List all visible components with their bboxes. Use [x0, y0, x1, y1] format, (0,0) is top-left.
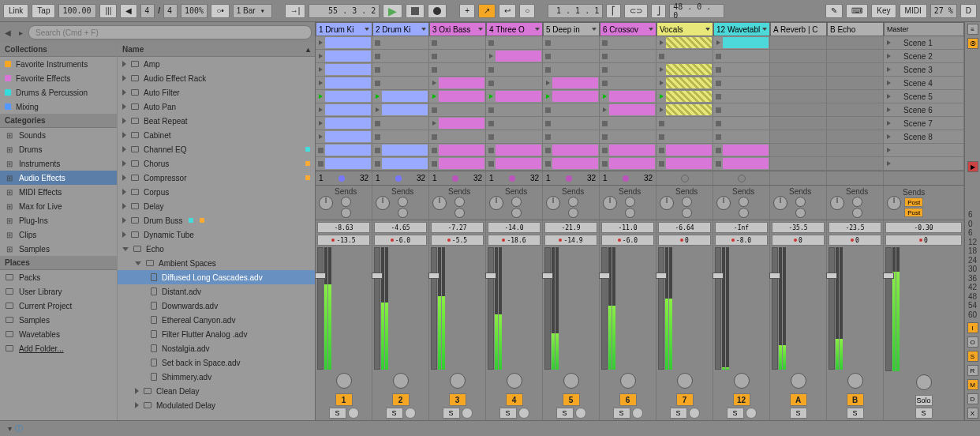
clip-play-icon[interactable]	[658, 120, 665, 127]
device-item[interactable]: Auto Filter	[118, 85, 315, 100]
expand-icon[interactable]	[122, 61, 126, 67]
clip[interactable]	[382, 91, 428, 102]
clip-slot[interactable]	[656, 77, 713, 90]
clip-play-icon[interactable]	[374, 53, 381, 60]
clip-play-icon[interactable]	[317, 107, 324, 114]
peak-value[interactable]: -14.0	[488, 222, 540, 233]
clip[interactable]	[666, 158, 712, 169]
clip[interactable]	[325, 131, 371, 142]
clip-play-icon[interactable]	[544, 147, 552, 154]
clip-play-icon[interactable]	[601, 147, 608, 154]
clip-slot[interactable]	[600, 144, 656, 157]
clip-slot[interactable]	[827, 36, 883, 50]
scene-play-icon[interactable]	[885, 120, 892, 127]
clip-slot[interactable]	[827, 144, 883, 157]
clip-slot[interactable]	[486, 77, 542, 90]
clip-play-icon[interactable]	[374, 39, 381, 47]
category-item[interactable]: ⊞Samples	[0, 242, 117, 256]
fader-handle[interactable]	[883, 272, 894, 279]
clip[interactable]	[325, 104, 371, 115]
gain-value[interactable]: -6.0	[374, 235, 427, 246]
peak-value[interactable]: -4.65	[374, 222, 427, 233]
solo-button[interactable]: S	[613, 408, 630, 419]
peak-value[interactable]: -11.0	[601, 222, 654, 233]
pan-knob-2[interactable]	[791, 373, 806, 389]
send-a-knob[interactable]	[625, 197, 635, 207]
gain-value[interactable]: 0	[658, 235, 711, 246]
track-info[interactable]: 132	[429, 171, 486, 185]
clip-play-icon[interactable]	[317, 120, 324, 127]
clip-play-icon[interactable]	[431, 120, 438, 127]
clip-play-icon[interactable]	[431, 160, 438, 167]
expand-icon[interactable]	[122, 146, 126, 152]
clip-play-icon[interactable]	[317, 53, 324, 60]
pan-knob[interactable]	[716, 196, 731, 210]
device-item[interactable]: Channel EQ	[118, 142, 315, 156]
clip[interactable]	[439, 118, 484, 129]
stop-button[interactable]	[406, 4, 425, 18]
clip-play-icon[interactable]	[488, 66, 495, 73]
chevron-down-icon[interactable]	[535, 28, 540, 31]
tap-button[interactable]: Tap	[32, 4, 55, 18]
clip-slot[interactable]	[656, 90, 713, 103]
pan-knob[interactable]	[830, 196, 844, 210]
fader-track[interactable]	[601, 247, 608, 370]
clip[interactable]	[325, 145, 371, 156]
clip-play-icon[interactable]	[431, 39, 438, 47]
expand-icon[interactable]	[122, 189, 126, 195]
pan-knob[interactable]	[603, 196, 617, 210]
clip-slot[interactable]	[713, 90, 769, 103]
fader-handle[interactable]	[316, 272, 326, 279]
clip-play-icon[interactable]	[374, 107, 381, 114]
expand-icon[interactable]	[122, 231, 126, 238]
send-a-knob[interactable]	[454, 197, 465, 207]
fader-track[interactable]	[715, 247, 721, 370]
solo-button[interactable]: S	[499, 408, 517, 419]
clip-play-icon[interactable]	[374, 66, 381, 73]
track-info[interactable]: 132	[372, 171, 429, 185]
loop-length[interactable]: 48 . 0 . 0	[669, 4, 724, 18]
clip-play-icon[interactable]	[488, 160, 495, 167]
subfolder-item[interactable]: Ambient Spaces	[118, 256, 315, 270]
place-item[interactable]: Packs	[0, 270, 117, 284]
clip-slot[interactable]	[656, 50, 713, 63]
clip[interactable]	[325, 77, 371, 88]
clip[interactable]	[382, 145, 428, 156]
clip-slot[interactable]	[770, 117, 826, 130]
clip-slot[interactable]	[713, 117, 769, 130]
clip-play-icon[interactable]	[317, 39, 324, 47]
clip-play-icon[interactable]	[317, 93, 324, 100]
track-number-button[interactable]: B	[847, 393, 864, 406]
clip-slot[interactable]	[770, 90, 826, 103]
keyboard-icon[interactable]: ⌨	[846, 4, 868, 18]
send-b-knob[interactable]	[568, 208, 578, 218]
clip-play-icon[interactable]	[658, 133, 665, 141]
clip-play-icon[interactable]	[715, 107, 722, 114]
collection-item[interactable]: Favorite Instruments	[0, 57, 117, 71]
scene-slot[interactable]: Scene 5	[884, 90, 963, 103]
clip-play-icon[interactable]	[601, 39, 608, 47]
device-item[interactable]: Echo	[118, 242, 315, 256]
clip-slot[interactable]	[316, 90, 372, 103]
track-number-button[interactable]: 6	[619, 393, 637, 406]
clip-play-icon[interactable]	[658, 160, 665, 167]
clip-slot[interactable]	[656, 157, 713, 171]
expand-icon[interactable]	[122, 132, 126, 138]
send-b-knob[interactable]	[341, 208, 351, 218]
clip[interactable]	[439, 77, 484, 88]
expand-icon[interactable]	[122, 103, 126, 110]
pan-knob-2[interactable]	[620, 373, 636, 389]
clip-slot[interactable]	[316, 77, 372, 90]
peak-value[interactable]: -7.27	[431, 222, 484, 233]
scene-slot[interactable]: Scene 2	[884, 50, 963, 63]
clip-slot[interactable]	[429, 50, 485, 63]
clip[interactable]	[723, 37, 769, 48]
clip[interactable]	[439, 91, 484, 102]
clip-slot[interactable]	[316, 144, 372, 157]
clip-slot[interactable]	[316, 36, 372, 50]
clip-play-icon[interactable]	[488, 107, 495, 114]
red-stop-icon[interactable]: ▶	[967, 161, 978, 172]
send-toggle[interactable]: S	[967, 351, 978, 362]
clip-slot[interactable]	[656, 130, 713, 144]
clip-slot[interactable]	[486, 117, 542, 130]
